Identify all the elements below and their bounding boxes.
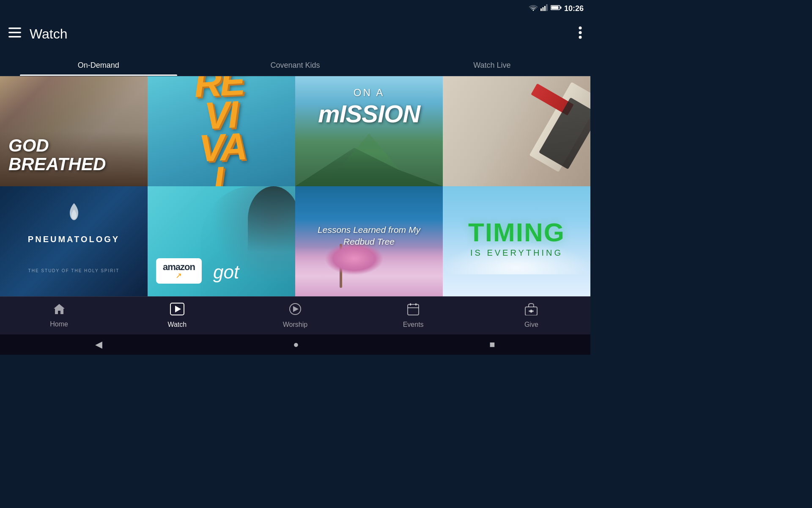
grid-item-god-breathed[interactable]: GODBREATHED: [0, 76, 148, 186]
grid-item-tools[interactable]: [443, 76, 590, 186]
grid-item-timing[interactable]: TIMING IS EVERYTHING: [443, 186, 590, 296]
revival-title: REVIVAL: [193, 76, 250, 186]
pneumatology-icon: [66, 201, 82, 226]
nav-label-watch: Watch: [167, 321, 187, 329]
give-icon: [524, 303, 538, 318]
nav-item-watch[interactable]: Watch: [156, 303, 198, 329]
svg-point-12: [579, 36, 582, 39]
amazon-logo: amazon ↗: [156, 258, 202, 284]
svg-rect-3: [546, 4, 547, 11]
mission-top-text: ON A: [295, 87, 443, 99]
grid-item-pneumatology[interactable]: PNEUMATOLOGY THE STUDY OF THE HOLY SPIRI…: [0, 186, 148, 296]
status-time: 10:26: [564, 4, 584, 13]
svg-rect-1: [542, 7, 543, 11]
bottom-nav: Home Watch Worship Even: [0, 296, 590, 334]
lessons-title: Lessons Learned from My Redbud Tree: [304, 224, 434, 248]
svg-rect-0: [540, 8, 542, 11]
got-text: got: [213, 262, 239, 283]
nav-item-worship[interactable]: Worship: [274, 303, 316, 329]
svg-rect-2: [544, 6, 546, 11]
home-button[interactable]: ●: [293, 339, 299, 350]
grid-item-got[interactable]: amazon ↗ got: [148, 186, 295, 296]
status-icons: 10:26: [529, 4, 584, 13]
nav-item-events[interactable]: Events: [392, 303, 434, 329]
tab-on-demand[interactable]: On-Demand: [0, 61, 197, 76]
god-breathed-title: GODBREATHED: [8, 136, 106, 174]
svg-point-10: [579, 26, 582, 29]
wifi-icon: [529, 4, 538, 13]
nav-label-worship: Worship: [283, 321, 307, 329]
svg-rect-9: [8, 36, 21, 38]
svg-rect-19: [415, 303, 417, 306]
grid-item-mission[interactable]: ON A mISSION: [295, 76, 443, 186]
home-icon: [53, 303, 66, 318]
svg-rect-6: [560, 7, 561, 9]
recent-button[interactable]: ■: [489, 339, 495, 350]
pneumatology-subtitle: THE STUDY OF THE HOLY SPIRIT: [0, 268, 148, 273]
svg-point-11: [579, 31, 582, 34]
svg-rect-18: [410, 303, 411, 306]
svg-marker-16: [293, 306, 299, 312]
nav-item-give[interactable]: Give: [510, 303, 552, 329]
back-button[interactable]: ◀: [95, 339, 102, 350]
content-grid: GODBREATHED REVIVAL ON A mISSION: [0, 76, 590, 296]
watch-icon: [170, 303, 184, 318]
battery-icon: [551, 5, 562, 12]
mission-main-text: mISSION: [295, 99, 443, 128]
tab-watch-live[interactable]: Watch Live: [394, 61, 590, 76]
nav-label-events: Events: [403, 321, 424, 329]
svg-marker-14: [175, 306, 181, 312]
tabs-bar: On-Demand Covenant Kids Watch Live: [0, 51, 590, 76]
page-title: Watch: [30, 26, 68, 42]
svg-rect-5: [551, 6, 558, 9]
events-icon: [407, 303, 419, 318]
grid-item-revival[interactable]: REVIVAL: [148, 76, 295, 186]
grid-item-lessons[interactable]: Lessons Learned from My Redbud Tree: [295, 186, 443, 296]
timing-title: TIMING: [443, 217, 590, 247]
signal-icon: [540, 4, 548, 13]
system-nav: ◀ ● ■: [0, 334, 590, 355]
hamburger-menu-icon[interactable]: [8, 27, 21, 41]
svg-rect-8: [8, 32, 21, 33]
nav-label-give: Give: [524, 321, 538, 329]
nav-item-home[interactable]: Home: [38, 303, 80, 328]
status-bar: 10:26: [0, 0, 590, 17]
svg-rect-23: [529, 310, 534, 312]
nav-label-home: Home: [50, 320, 68, 328]
worship-icon: [289, 303, 302, 318]
tab-covenant-kids[interactable]: Covenant Kids: [197, 61, 393, 76]
more-vertical-icon[interactable]: [579, 26, 582, 42]
top-bar-left: Watch: [8, 26, 68, 42]
pneumatology-title: PNEUMATOLOGY: [0, 235, 148, 244]
top-bar: Watch: [0, 17, 590, 51]
timing-subtitle: IS EVERYTHING: [443, 248, 590, 258]
svg-rect-7: [8, 28, 21, 29]
svg-rect-17: [408, 304, 419, 315]
